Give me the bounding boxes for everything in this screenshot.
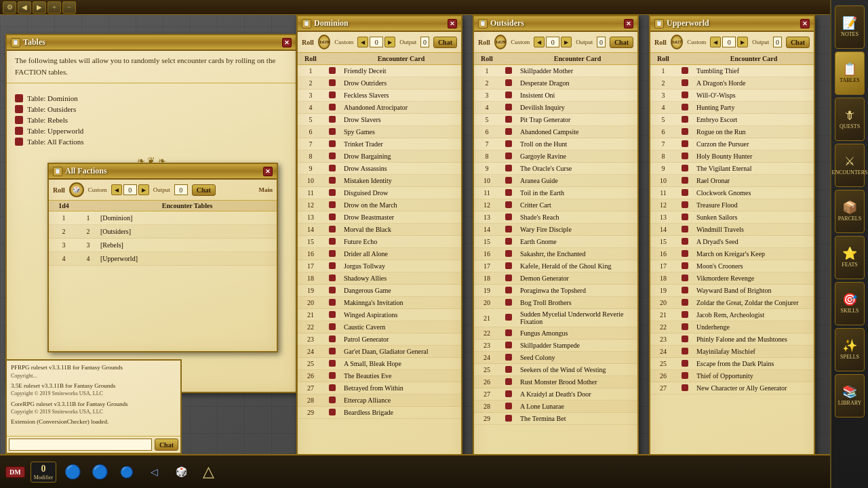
toolbar-zoom-in-btn[interactable]: +: [47, 1, 61, 14]
enc-row-name: Critter Cart: [520, 201, 635, 209]
toolbar-back-btn[interactable]: ◀: [18, 1, 31, 14]
die-d6[interactable]: 🔵: [89, 461, 111, 483]
die-d12[interactable]: 🎲: [170, 461, 192, 483]
die-d4[interactable]: 🔵: [62, 461, 83, 483]
enc-row-name: Friendly Deceit: [344, 67, 458, 75]
factions-chat-btn[interactable]: Chat: [192, 184, 216, 196]
factions-close-btn[interactable]: ✕: [263, 167, 273, 176]
toolbar-forward-btn[interactable]: ▶: [33, 1, 46, 14]
table-item-label: Table: Upperworld: [27, 127, 83, 135]
dominion-roll-controls: Roll 1d29 Custom ◀ 0 ▶ Output 0 Chat: [298, 32, 461, 53]
enc-row-num: 8: [300, 152, 321, 160]
enc-row-num2: [322, 336, 342, 344]
enc-row: 16March on Kreigar's Keep: [650, 248, 814, 260]
faction-row-n1: 3: [52, 241, 76, 249]
sidebar-parcels-btn[interactable]: 📦 PARCELS: [835, 190, 865, 233]
enc-row-num2: [322, 177, 342, 185]
enc-row-num2: [322, 372, 342, 380]
upperworld-output-label: Output: [752, 39, 769, 45]
sidebar-skills-label: SKILLS: [840, 308, 859, 314]
enc-row: 2Drow Outriders: [298, 77, 461, 89]
dominion-custom-dec[interactable]: ◀: [357, 37, 368, 47]
table-item-icon: [15, 105, 23, 113]
enc-row-num: 12: [477, 201, 497, 209]
toolbar-zoom-out-btn[interactable]: −: [62, 1, 76, 14]
outsiders-roll-label: Roll: [478, 39, 490, 46]
sidebar-library-btn[interactable]: 📚 LIBRARY: [835, 374, 865, 418]
table-list-item[interactable]: Table: Rebels: [15, 115, 288, 125]
log-input[interactable]: [9, 439, 152, 451]
enc-row-num2: [498, 366, 519, 374]
tables-close-btn[interactable]: ✕: [282, 38, 292, 47]
table-list-item[interactable]: Table: Upperworld: [15, 125, 288, 136]
enc-row-num: 2: [300, 79, 321, 87]
factions-roll-btn[interactable]: 🎲: [69, 182, 84, 197]
factions-custom-dec[interactable]: ◀: [111, 184, 122, 195]
enc-row: 18Shadowy Allies: [298, 272, 461, 285]
enc-row-num: 17: [300, 262, 321, 270]
dominion-rows: 1Friendly Deceit2Drow Outriders3Feckless…: [298, 65, 461, 469]
table-list-item[interactable]: Table: Outsiders: [15, 104, 288, 115]
enc-row-num: 26: [477, 378, 497, 386]
sidebar-feats-btn[interactable]: ⭐ FEATS: [835, 236, 865, 279]
dominion-chat-btn[interactable]: Chat: [433, 37, 457, 48]
factions-col3-header: Encounter Tables: [100, 202, 274, 209]
enc-row: 20Zoldar the Great, Zoldar the Conjurer: [650, 297, 814, 309]
sidebar-notes-btn[interactable]: 📝 NOTES: [835, 5, 865, 49]
enc-row: 21Winged Aspirations: [298, 309, 461, 321]
enc-row-num: 29: [300, 409, 321, 416]
enc-row: 9Drow Assassins: [298, 163, 461, 175]
upperworld-close-btn[interactable]: ✕: [800, 19, 810, 28]
upperworld-header-col2: [675, 55, 695, 62]
outsiders-output-value: 0: [597, 37, 606, 47]
outsiders-custom-inc[interactable]: ▶: [561, 37, 572, 47]
table-item-label: Table: Outsiders: [27, 105, 76, 113]
factions-custom-inc[interactable]: ▶: [138, 184, 149, 195]
enc-row-num2: [498, 299, 519, 307]
upperworld-chat-btn[interactable]: Chat: [786, 37, 810, 48]
sidebar-encounters-btn[interactable]: ⚔ ENCOUNTERS: [835, 144, 865, 187]
outsiders-chat-btn[interactable]: Chat: [610, 37, 633, 48]
enc-row-num: 2: [477, 79, 497, 87]
dominion-custom-inc[interactable]: ▶: [384, 37, 395, 47]
log-chat-btn[interactable]: Chat: [155, 439, 178, 451]
enc-row-num: 24: [300, 348, 321, 355]
enc-row-name: Drow Outriders: [344, 79, 458, 87]
enc-row-num2: [498, 415, 519, 423]
sidebar-library-label: LIBRARY: [838, 400, 862, 406]
upperworld-roll-btn[interactable]: 1d27: [671, 35, 683, 49]
sidebar-skills-btn[interactable]: 🎯 SKILLS: [835, 282, 865, 325]
tables-panel-title: Tables: [23, 37, 279, 47]
sidebar-spells-btn[interactable]: ✨ SPELLS: [835, 328, 865, 371]
enc-row: 18Demon Generator: [474, 272, 637, 285]
enc-row-name: Sakashrr, the Enchanted: [520, 250, 635, 258]
table-item-icon: [15, 138, 23, 146]
dominion-roll-btn[interactable]: 1d29: [318, 35, 330, 49]
enc-row: 25A Small, Bleak Hope: [298, 358, 461, 370]
outsiders-roll-btn[interactable]: 1d29: [494, 35, 507, 49]
upperworld-custom-inc[interactable]: ▶: [737, 37, 748, 47]
enc-row-name: Caustic Cavern: [344, 323, 458, 331]
tables-panel-header: 📋 Tables ✕: [7, 35, 296, 51]
sidebar-tables-btn[interactable]: 📋 TABLES: [835, 52, 865, 95]
log-entry-text: Extension (ConversionChecker) loaded.: [11, 418, 108, 425]
outsiders-close-btn[interactable]: ✕: [624, 19, 633, 28]
dominion-close-btn[interactable]: ✕: [448, 19, 457, 28]
die-d20[interactable]: △: [197, 461, 219, 483]
table-list-item[interactable]: Table: All Factions: [15, 136, 288, 147]
enc-row-name: Fungus Amongus: [520, 329, 635, 337]
die-d8[interactable]: 🔵: [116, 461, 138, 483]
toolbar-settings-btn[interactable]: ⚙: [3, 1, 16, 14]
enc-row-num: 12: [653, 201, 673, 209]
enc-row-num: 21: [653, 311, 673, 319]
upperworld-custom-value: 0: [722, 37, 736, 47]
outsiders-custom-dec[interactable]: ◀: [534, 37, 545, 47]
enc-row-num: 26: [300, 372, 321, 380]
enc-row-name: Skillpadder Mother: [520, 67, 635, 75]
upperworld-custom-dec[interactable]: ◀: [710, 37, 721, 47]
sidebar-quests-btn[interactable]: 🗡 QUESTS: [835, 98, 865, 141]
die-d10[interactable]: ◁: [143, 461, 165, 483]
table-list-item[interactable]: Table: Dominion: [15, 93, 288, 104]
enc-row-num: 17: [653, 262, 673, 270]
enc-row-num2: [322, 262, 342, 270]
